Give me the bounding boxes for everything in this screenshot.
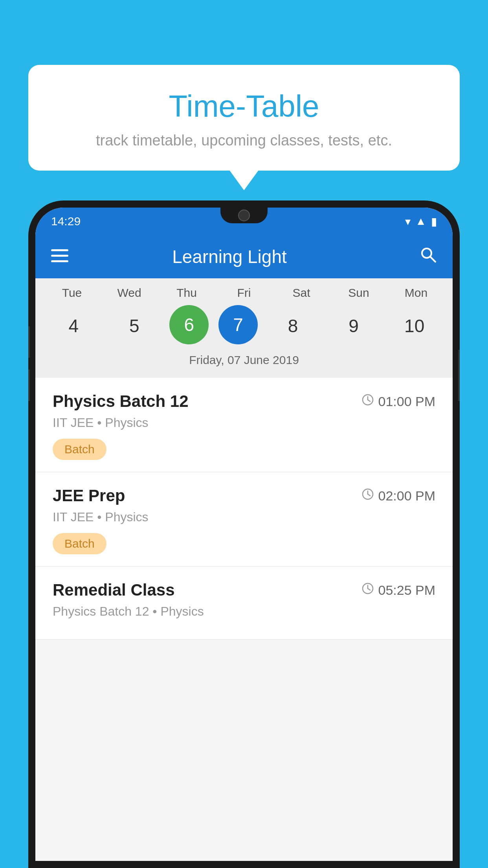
day-9[interactable]: 9 [328,305,379,346]
tooltip-subtitle: track timetable, upcoming classes, tests… [48,132,440,149]
day-label-fri: Fri [218,286,270,300]
clock-icon-2 [361,488,374,504]
schedule-item-time-1: 01:00 PM [361,394,435,409]
svg-line-4 [430,257,435,262]
schedule-item-subtitle-3: Physics Batch 12 • Physics [53,604,435,619]
svg-rect-0 [51,249,68,251]
day-10[interactable]: 10 [389,305,440,346]
schedule-item-time-text-2: 02:00 PM [378,488,435,504]
svg-line-13 [368,588,370,590]
app-title: Learning Light [80,246,379,267]
day-labels: Tue Wed Thu Fri Sat Sun Mon [35,286,453,300]
svg-rect-2 [51,260,68,262]
schedule-item-1[interactable]: Physics Batch 12 01:00 PM IIT JEE • Phys… [35,378,453,472]
batch-tag-2: Batch [53,533,106,554]
day-4[interactable]: 4 [48,305,99,346]
schedule-item-2[interactable]: JEE Prep 02:00 PM IIT JEE • Physics [35,472,453,566]
schedule-item-header-2: JEE Prep 02:00 PM [53,486,435,505]
schedule-list: Physics Batch 12 01:00 PM IIT JEE • Phys… [35,378,453,640]
schedule-item-title-3: Remedial Class [53,581,175,600]
schedule-item-title-2: JEE Prep [53,486,125,505]
svg-rect-1 [51,255,68,257]
schedule-item-3[interactable]: Remedial Class 05:25 PM Physics Batch 12… [35,566,453,640]
day-label-tue: Tue [46,286,97,300]
app-bar: Learning Light [35,235,453,278]
signal-icon: ▲ [415,215,426,228]
calendar-strip: Tue Wed Thu Fri Sat Sun Mon 4 5 6 7 8 9 … [35,278,453,378]
schedule-item-subtitle-1: IIT JEE • Physics [53,416,435,430]
day-label-sat: Sat [276,286,327,300]
schedule-item-header-3: Remedial Class 05:25 PM [53,581,435,600]
schedule-item-time-3: 05:25 PM [361,582,435,598]
phone-frame: 14:29 ▾ ▲ ▮ Learning Light [28,200,460,868]
schedule-item-time-text-3: 05:25 PM [378,583,435,598]
hamburger-menu-icon[interactable] [51,248,68,265]
tooltip-card: Time-Table track timetable, upcoming cla… [28,65,460,171]
schedule-item-header-1: Physics Batch 12 01:00 PM [53,392,435,411]
schedule-item-title-1: Physics Batch 12 [53,392,189,411]
wifi-icon: ▾ [405,215,411,228]
volume-down-button [28,326,30,358]
status-icons: ▾ ▲ ▮ [405,215,437,228]
day-6-today[interactable]: 6 [169,305,209,344]
clock-icon-3 [361,582,374,598]
day-numbers: 4 5 6 7 8 9 10 [35,305,453,346]
tooltip-title: Time-Table [48,88,440,124]
batch-tag-1: Batch [53,439,106,460]
day-label-thu: Thu [161,286,212,300]
day-8[interactable]: 8 [268,305,319,346]
power-button [458,350,460,401]
battery-icon: ▮ [431,215,437,228]
schedule-item-time-text-1: 01:00 PM [378,394,435,409]
status-time: 14:29 [51,215,81,228]
front-camera [238,210,250,221]
clock-icon-1 [361,394,374,409]
schedule-item-time-2: 02:00 PM [361,488,435,504]
day-label-mon: Mon [391,286,442,300]
day-7-selected[interactable]: 7 [218,305,258,344]
svg-line-10 [368,494,370,496]
day-label-wed: Wed [104,286,155,300]
selected-date-label: Friday, 07 June 2019 [35,353,453,374]
notch [220,208,268,223]
search-icon[interactable] [420,246,437,267]
schedule-item-subtitle-2: IIT JEE • Physics [53,510,435,524]
svg-line-7 [368,400,370,401]
volume-up-button [28,370,30,401]
phone-screen: 14:29 ▾ ▲ ▮ Learning Light [35,208,453,861]
day-label-sun: Sun [333,286,384,300]
day-5[interactable]: 5 [109,305,160,346]
